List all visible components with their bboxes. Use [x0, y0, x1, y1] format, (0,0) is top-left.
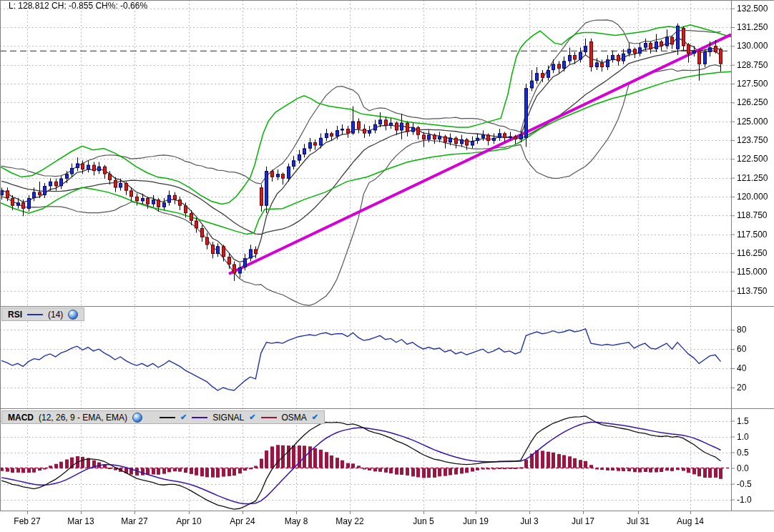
rsi-line-sample: [27, 314, 43, 315]
globe-icon[interactable]: [132, 413, 142, 423]
rsi-header: RSI (14): [1, 307, 84, 321]
trading-chart-window: L: 128.812 CH: -0.855 CH%: -0.66% RSI (1…: [0, 0, 774, 532]
osma-line-sample: [261, 417, 277, 418]
macd-title: MACD: [8, 413, 34, 423]
osma-checkbox[interactable]: ✔: [312, 413, 318, 421]
chart-canvas[interactable]: [0, 0, 774, 532]
rsi-title: RSI: [8, 310, 22, 320]
quote-label: L: 128.812 CH: -0.855 CH%: -0.66%: [9, 1, 147, 11]
macd-line-sample: [160, 417, 175, 418]
globe-icon[interactable]: [68, 310, 78, 320]
osma-label: OSMA: [282, 413, 307, 423]
signal-checkbox[interactable]: ✔: [249, 413, 255, 421]
signal-line-sample: [192, 417, 207, 418]
rsi-params: (14): [48, 310, 63, 320]
macd-header: MACD (12, 26, 9 - EMA, EMA) ✔ SIGNAL ✔ O…: [1, 410, 325, 424]
macd-line-checkbox[interactable]: ✔: [180, 413, 187, 421]
signal-label: SIGNAL: [212, 413, 244, 423]
macd-params: (12, 26, 9 - EMA, EMA): [39, 413, 127, 423]
